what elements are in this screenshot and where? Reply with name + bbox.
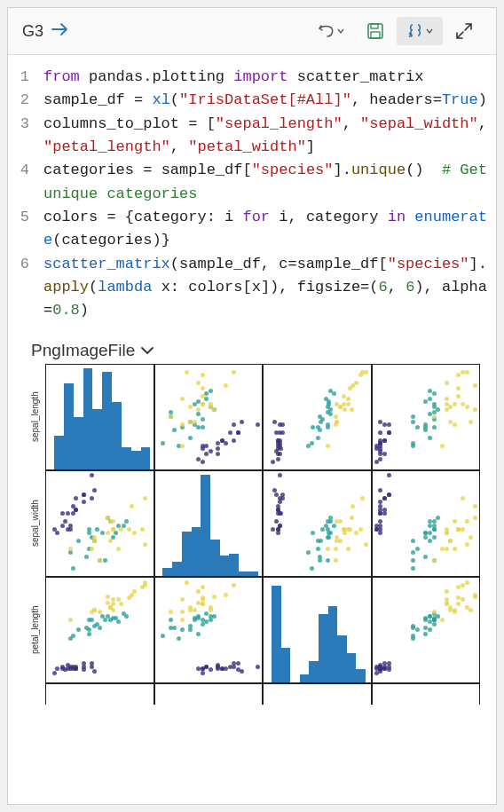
scatter-dot [374,446,379,451]
scatter-dot [172,626,177,630]
scatter-dot [350,504,355,508]
scatter-dot [68,547,73,551]
scatter-dot [346,547,350,551]
scatter-cell [263,364,372,470]
code-line[interactable]: 1from pandas.plotting import scatter_mat… [15,66,489,89]
scatter-dot [432,535,437,540]
histogram-bar [347,653,357,682]
save-button[interactable] [358,17,393,45]
scatter-dot [311,531,315,535]
scatter-dot [114,531,118,535]
scatter-dot [342,402,346,406]
scatter-dot [68,618,73,622]
histogram-bar [328,606,338,682]
histogram-bar [64,383,74,469]
scatter-dot [212,407,217,412]
histogram-bar [220,556,230,576]
scatter-dot [196,407,201,412]
scatter-dot [66,527,70,532]
scatter-dot [445,531,449,535]
scatter-dot [201,602,205,606]
scatter-cell [154,364,264,470]
expand-button[interactable] [446,17,482,45]
output-type-header[interactable]: PngImageFile [8,334,496,364]
scatter-cell [372,470,481,577]
histogram-bar [356,669,366,682]
scatter-dot [140,527,145,532]
scatter-dot [387,493,391,497]
scatter-dot [432,618,437,622]
scatter-dot [453,610,457,614]
code-line[interactable]: 6scatter_matrix(sample_df, c=sample_df["… [15,253,489,323]
scatter-dot [130,504,134,508]
scatter-dot [106,531,110,535]
code-line[interactable]: 2sample_df = xl("IrisDataSet[#All]", hea… [15,89,489,112]
scatter-dot [334,547,338,551]
scatter-dot [111,527,115,532]
scatter-dot [326,527,330,532]
scatter-dot [201,666,205,671]
code-content[interactable]: from pandas.plotting import scatter_matr… [43,66,489,89]
scatter-dot [82,500,86,504]
scatter-dot [172,428,177,432]
y-axis-label [24,683,45,705]
scatter-dot [185,370,189,374]
scatter-dot [456,527,461,532]
scatter-dot [87,627,91,632]
scatter-dot [326,425,330,430]
code-content[interactable]: sample_df = xl("IrisDataSet[#All]", head… [43,89,489,112]
scatter-dot [185,580,189,585]
scatter-dot [236,430,240,435]
goto-arrow-icon[interactable] [51,21,70,41]
scatter-dot [224,593,228,597]
code-content[interactable]: columns_to_plot = ["sepal_length", "sepa… [43,113,489,160]
scatter-dot [350,516,354,520]
scatter-dot [411,550,415,555]
scatter-dot [342,394,346,398]
scatter-dot [204,397,209,401]
scatter-dot [316,547,320,551]
code-content[interactable]: colors = {category: i for i, category in… [43,206,489,253]
scatter-dot [209,449,213,453]
scatter-dot [98,558,102,563]
scatter-dot [220,438,224,443]
scatter-dot [116,597,121,602]
histogram-bar [112,402,122,469]
code-line[interactable]: 3columns_to_plot = ["sepal_length", "sep… [15,113,489,160]
scatter-dot [76,539,81,543]
scatter-dot [378,511,382,516]
scatter-dot [387,473,391,477]
scatter-dot [440,444,445,448]
line-number: 2 [15,89,43,112]
histogram-bar [102,372,112,469]
histogram-bar [182,532,192,576]
code-editor[interactable]: 1from pandas.plotting import scatter_mat… [8,55,496,334]
scatter-dot [432,558,437,563]
scatter-dot [169,414,173,419]
scatter-dot [232,422,236,427]
undo-button[interactable] [308,17,354,45]
histogram-bar [239,572,248,576]
scatter-dot [132,531,137,535]
code-line[interactable]: 5colors = {category: i for i, category i… [15,206,489,253]
scatter-dot [116,547,121,551]
code-content[interactable]: categories = sample_df["species"].unique… [43,159,489,206]
scatter-dot [232,583,236,587]
scatter-dot [445,381,449,385]
scatter-dot [335,420,339,424]
scatter-dot [161,441,165,445]
scatter-dot [279,511,283,516]
scatter-dot [332,524,336,528]
scatter-dot [90,473,94,477]
output-mode-button[interactable] [397,17,443,45]
scatter-dot [119,527,123,532]
scatter-dot [90,496,94,501]
histogram-bar [272,586,281,682]
scatter-dot [346,397,350,401]
scatter-dot [201,373,205,377]
scatter-cell: 246 [45,577,154,683]
scatter-dot [280,422,285,427]
code-content[interactable]: scatter_matrix(sample_df, c=sample_df["s… [43,253,489,323]
code-line[interactable]: 4categories = sample_df["species"].uniqu… [15,159,489,206]
scatter-dot [108,539,113,543]
